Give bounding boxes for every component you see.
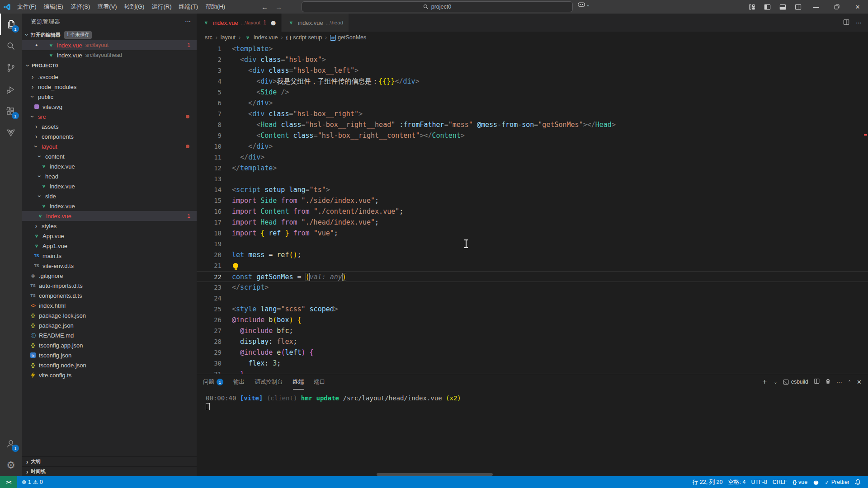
- panel-tab[interactable]: 调试控制台: [255, 374, 283, 389]
- remote-indicator[interactable]: ><: [0, 476, 17, 488]
- command-center-search[interactable]: project0: [302, 1, 573, 12]
- code-line[interactable]: 21: [197, 260, 868, 271]
- code-line[interactable]: 22const getSonMes = (val: any): [197, 271, 868, 282]
- explorer-icon[interactable]: 1: [0, 14, 22, 35]
- editor-more-icon[interactable]: ⋯: [856, 19, 862, 26]
- encoding[interactable]: UTF-8: [748, 476, 769, 488]
- code-line[interactable]: 7 <div class="hsl-box__right">: [197, 108, 868, 119]
- toggle-panel-icon[interactable]: [775, 0, 790, 14]
- tree-item[interactable]: README.md: [22, 330, 197, 340]
- menu-item[interactable]: 转到(G): [121, 0, 148, 14]
- tree-item[interactable]: ›public: [22, 92, 197, 102]
- vue-extension-icon[interactable]: [0, 122, 22, 144]
- minimize-button[interactable]: —: [806, 0, 826, 14]
- eol[interactable]: CRLF: [770, 476, 790, 488]
- panel-tab[interactable]: 终端: [293, 374, 304, 389]
- tree-item[interactable]: ›components: [22, 131, 197, 141]
- tree-item[interactable]: ›src: [22, 112, 197, 122]
- problems-status[interactable]: ⊗ 1 ⚠ 0: [19, 476, 46, 488]
- toggle-sidebar-icon[interactable]: [760, 0, 775, 14]
- tree-item[interactable]: ›layout: [22, 141, 197, 151]
- code-line[interactable]: 2 <div class="hsl-box">: [197, 54, 868, 65]
- code-line[interactable]: 5 <Side />: [197, 87, 868, 98]
- code-line[interactable]: 31 }: [197, 369, 868, 374]
- search-view-icon[interactable]: [0, 35, 22, 57]
- code-line[interactable]: 18import { ref } from "vue";: [197, 228, 868, 239]
- menu-item[interactable]: 编辑(E): [40, 0, 67, 14]
- tree-item[interactable]: index.html: [22, 300, 197, 310]
- code-line[interactable]: 12</template>: [197, 163, 868, 174]
- breadcrumb-file[interactable]: index.vue: [244, 34, 278, 41]
- tree-item[interactable]: App1.vue: [22, 241, 197, 251]
- menu-item[interactable]: 帮助(H): [202, 0, 229, 14]
- toggle-secondary-sidebar-icon[interactable]: [790, 0, 806, 14]
- terminal-profile-button[interactable]: esbuild: [783, 379, 808, 385]
- panel-tab[interactable]: 端口: [314, 374, 326, 389]
- project-root[interactable]: › PROJECT0: [22, 60, 197, 71]
- code-line[interactable]: 4 <div>我是父组件，子组件传的信息是：{{}}</div>: [197, 76, 868, 87]
- volar-icon[interactable]: [810, 476, 822, 488]
- nav-forward-icon[interactable]: →: [275, 3, 282, 11]
- code-line[interactable]: 19: [197, 239, 868, 249]
- tree-item[interactable]: main.ts: [22, 251, 197, 261]
- tree-item[interactable]: .gitignore: [22, 271, 197, 281]
- menu-item[interactable]: 终端(T): [175, 0, 202, 14]
- code-editor[interactable]: 1<template>2 <div class="hsl-box">3 <div…: [197, 43, 868, 374]
- restore-button[interactable]: [826, 0, 847, 14]
- code-line[interactable]: 1<template>: [197, 43, 868, 54]
- timeline-section[interactable]: › 时间线: [22, 466, 197, 476]
- code-line[interactable]: 13: [197, 174, 868, 184]
- extensions-icon[interactable]: 1: [0, 100, 22, 122]
- language-mode[interactable]: {} vue: [790, 476, 811, 488]
- code-line[interactable]: 10 </div>: [197, 141, 868, 152]
- split-editor-icon[interactable]: [843, 19, 849, 27]
- tree-item[interactable]: index.vue: [22, 161, 197, 171]
- breadcrumb-layout[interactable]: layout: [221, 34, 236, 41]
- breadcrumb-symbol[interactable]: @getSonMes: [330, 34, 366, 41]
- code-line[interactable]: 17import Head from "./head/index.vue";: [197, 217, 868, 228]
- code-line[interactable]: 20let mess = ref();: [197, 249, 868, 260]
- source-control-icon[interactable]: [0, 57, 22, 79]
- menu-item[interactable]: 运行(R): [148, 0, 175, 14]
- terminal-output[interactable]: 00:00:40 [vite] (client) hmr update /src…: [197, 389, 868, 411]
- code-line[interactable]: 3 <div class="hsl-box__left">: [197, 65, 868, 76]
- tree-item[interactable]: index.vue1: [22, 211, 197, 221]
- tree-item[interactable]: index.vue: [22, 181, 197, 191]
- maximize-panel-icon[interactable]: ⌃: [848, 380, 851, 385]
- tree-item[interactable]: vite-env.d.ts: [22, 261, 197, 271]
- code-line[interactable]: 15import Side from "./side/index.vue";: [197, 195, 868, 206]
- terminal-profile-dropdown-icon[interactable]: ⌄: [774, 380, 777, 385]
- tree-item[interactable]: tsconfig.json: [22, 350, 197, 360]
- new-terminal-icon[interactable]: ＋: [761, 377, 768, 387]
- tree-item[interactable]: index.vue: [22, 201, 197, 211]
- panel-tab[interactable]: 问题1: [203, 374, 223, 389]
- nav-back-icon[interactable]: ←: [261, 3, 268, 11]
- account-icon[interactable]: 1: [0, 433, 22, 455]
- open-editors-header[interactable]: › 打开的编辑器 1 个未保存: [22, 29, 197, 40]
- tree-item[interactable]: ›assets: [22, 122, 197, 131]
- panel-more-icon[interactable]: ⋯: [836, 379, 842, 385]
- code-line[interactable]: 16import Content from "./content/index.v…: [197, 206, 868, 217]
- tree-item[interactable]: auto-imports.d.ts: [22, 281, 197, 291]
- code-line[interactable]: 23</script>: [197, 282, 868, 293]
- copilot-icon[interactable]: ⌄: [578, 2, 590, 8]
- outline-section[interactable]: › 大纲: [22, 456, 197, 466]
- code-line[interactable]: 25<style lang="scss" scoped>: [197, 304, 868, 314]
- code-line[interactable]: 30 flex: 3;: [197, 358, 868, 369]
- notifications-bell-icon[interactable]: [852, 476, 863, 488]
- settings-gear-icon[interactable]: ⚙: [0, 455, 22, 476]
- indentation[interactable]: 空格: 4: [726, 476, 749, 488]
- formatter-status[interactable]: ✓ Prettier: [822, 476, 852, 488]
- code-line[interactable]: 8 <Head class="hsl-box__right__head" :fr…: [197, 119, 868, 130]
- tab-index-vue-head[interactable]: index.vue ...\head: [282, 14, 349, 32]
- panel-tab[interactable]: 输出: [233, 374, 245, 389]
- tree-item[interactable]: ›.vscode: [22, 72, 197, 82]
- code-line[interactable]: 24: [197, 293, 868, 304]
- run-debug-icon[interactable]: [0, 79, 22, 100]
- tree-item[interactable]: ›styles: [22, 221, 197, 231]
- unsaved-dot-icon[interactable]: ⬤: [271, 20, 276, 25]
- tree-item[interactable]: App.vue: [22, 231, 197, 241]
- code-line[interactable]: 26@include b(box) {: [197, 314, 868, 325]
- tree-item[interactable]: tsconfig.node.json: [22, 360, 197, 370]
- menu-item[interactable]: 查看(V): [94, 0, 120, 14]
